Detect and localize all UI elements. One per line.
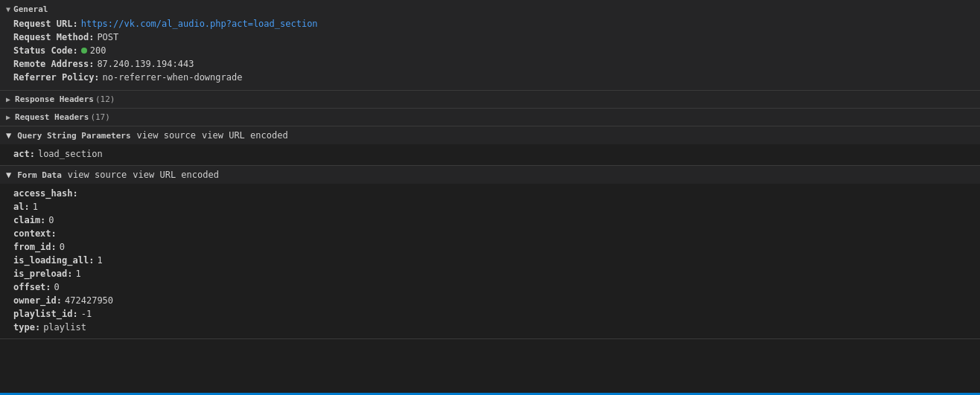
form-data-row: offset:0 bbox=[13, 280, 974, 294]
form-view-url-encoded-link[interactable]: view URL encoded bbox=[133, 170, 219, 180]
form-data-value: 0 bbox=[60, 242, 65, 252]
form-data-row: claim:0 bbox=[13, 213, 974, 227]
general-title: General bbox=[13, 4, 48, 14]
form-data-value: 0 bbox=[54, 282, 60, 292]
referrer-policy-value: no-referrer-when-downgrade bbox=[103, 72, 243, 83]
general-triangle: ▼ bbox=[6, 5, 10, 13]
form-data-title: Form Data bbox=[17, 170, 62, 180]
response-headers-triangle: ▶ bbox=[6, 95, 10, 103]
request-method-row: Request Method: POST bbox=[13, 30, 974, 44]
form-data-row: type:playlist bbox=[13, 321, 974, 334]
request-url-row: Request URL: https://vk.com/al_audio.php… bbox=[13, 17, 974, 30]
form-data-key: offset: bbox=[13, 282, 51, 292]
status-code-key: Status Code: bbox=[13, 45, 78, 56]
referrer-policy-key: Referrer Policy: bbox=[13, 72, 100, 83]
request-headers-triangle: ▶ bbox=[6, 113, 10, 121]
form-data-value: -1 bbox=[81, 309, 92, 319]
form-data-row: access_hash: bbox=[13, 187, 974, 200]
form-data-key: claim: bbox=[13, 215, 45, 225]
request-url-value[interactable]: https://vk.com/al_audio.php?act=load_sec… bbox=[81, 19, 318, 29]
form-data-triangle: ▼ bbox=[6, 170, 11, 180]
response-headers-count: (12) bbox=[95, 94, 115, 104]
query-string-body: act: load_section bbox=[0, 144, 980, 165]
form-data-key: al: bbox=[13, 202, 30, 212]
form-data-row: is_preload:1 bbox=[13, 267, 974, 280]
request-headers-title: Request Headers bbox=[15, 112, 89, 122]
query-view-source-link[interactable]: view source bbox=[137, 130, 196, 141]
form-data-row: from_id:0 bbox=[13, 240, 974, 254]
query-string-title: Query String Parameters bbox=[17, 131, 130, 141]
form-data-body: access_hash:al:1claim:0context:from_id:0… bbox=[0, 184, 980, 338]
request-method-key: Request Method: bbox=[13, 32, 94, 42]
query-act-row: act: load_section bbox=[13, 147, 974, 161]
form-data-row: playlist_id:-1 bbox=[13, 307, 974, 321]
form-data-key: owner_id: bbox=[13, 295, 62, 306]
query-act-key: act: bbox=[13, 149, 35, 159]
remote-address-key: Remote Address: bbox=[13, 59, 94, 69]
form-data-section: ▼ Form Data view source view URL encoded… bbox=[0, 166, 980, 339]
form-data-row: al:1 bbox=[13, 200, 974, 213]
response-headers-title: Response Headers bbox=[15, 94, 94, 104]
general-section: ▼ General Request URL: https://vk.com/al… bbox=[0, 0, 980, 91]
form-data-value: 0 bbox=[48, 215, 54, 225]
form-data-key: is_preload: bbox=[13, 269, 72, 279]
remote-address-value: 87.240.139.194:443 bbox=[97, 59, 194, 69]
form-data-key: from_id: bbox=[13, 242, 57, 252]
query-view-url-encoded-link[interactable]: view URL encoded bbox=[202, 130, 288, 141]
remote-address-row: Remote Address: 87.240.139.194:443 bbox=[13, 57, 974, 71]
general-rows: Request URL: https://vk.com/al_audio.php… bbox=[6, 17, 974, 84]
form-data-value: 472427950 bbox=[65, 295, 113, 306]
form-data-header[interactable]: ▼ Form Data view source view URL encoded bbox=[0, 166, 980, 184]
query-string-header[interactable]: ▼ Query String Parameters view source vi… bbox=[0, 126, 980, 144]
referrer-policy-row: Referrer Policy: no-referrer-when-downgr… bbox=[13, 71, 974, 84]
request-headers-section[interactable]: ▶ Request Headers (17) bbox=[0, 109, 980, 126]
form-data-key: playlist_id: bbox=[13, 309, 78, 319]
query-string-triangle: ▼ bbox=[6, 130, 11, 141]
form-data-row: is_loading_all:1 bbox=[13, 254, 974, 267]
form-data-row: owner_id:472427950 bbox=[13, 294, 974, 307]
request-headers-count: (17) bbox=[90, 112, 110, 122]
form-data-key: is_loading_all: bbox=[13, 255, 94, 266]
request-method-value: POST bbox=[97, 32, 118, 42]
query-act-value: load_section bbox=[38, 149, 103, 159]
form-data-value: 1 bbox=[75, 269, 80, 279]
form-data-value: 1 bbox=[97, 255, 102, 266]
form-data-value: 1 bbox=[33, 202, 38, 212]
status-code-value: 200 bbox=[90, 45, 106, 56]
form-data-value: playlist bbox=[43, 322, 86, 333]
status-dot-icon bbox=[81, 48, 87, 54]
form-data-key: context: bbox=[13, 228, 57, 239]
form-data-row: context: bbox=[13, 227, 974, 240]
response-headers-section[interactable]: ▶ Response Headers (12) bbox=[0, 91, 980, 109]
status-code-row: Status Code: 200 bbox=[13, 44, 974, 57]
general-header[interactable]: ▼ General bbox=[6, 4, 974, 14]
request-url-key: Request URL: bbox=[13, 19, 78, 29]
form-data-key: type: bbox=[13, 322, 40, 333]
form-view-source-link[interactable]: view source bbox=[68, 170, 127, 180]
query-string-section: ▼ Query String Parameters view source vi… bbox=[0, 126, 980, 166]
form-data-key: access_hash: bbox=[13, 188, 78, 199]
